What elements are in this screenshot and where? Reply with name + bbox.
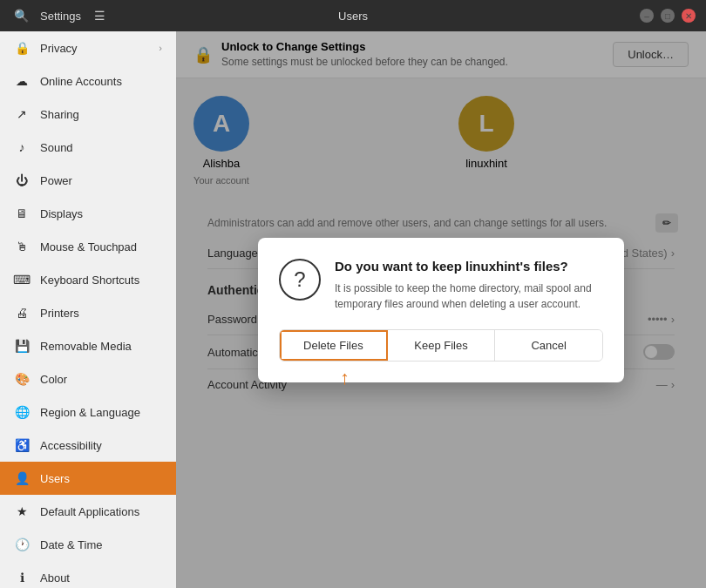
sidebar-item-printers[interactable]: 🖨Printers	[0, 296, 176, 329]
sharing-icon: ↗	[14, 106, 30, 122]
sidebar-label-date-time: Date & Time	[40, 538, 103, 551]
sidebar-label-privacy: Privacy	[40, 42, 78, 55]
users-icon: 👤	[14, 470, 30, 486]
sidebar-label-region-language: Region & Language	[40, 406, 140, 419]
accessibility-icon: ♿	[14, 437, 30, 453]
sidebar-item-privacy[interactable]: 🔒Privacy›	[0, 31, 176, 64]
sidebar-item-region-language[interactable]: 🌐Region & Language	[0, 395, 176, 429]
sidebar-label-sharing: Sharing	[40, 108, 79, 121]
region-language-icon: 🌐	[14, 404, 30, 420]
sidebar-item-keyboard-shortcuts[interactable]: ⌨Keyboard Shortcuts	[0, 263, 176, 296]
sidebar-item-accessibility[interactable]: ♿Accessibility	[0, 429, 176, 462]
about-icon: ℹ	[14, 570, 30, 585]
maximize-button[interactable]: □	[661, 9, 675, 23]
displays-icon: 🖥	[14, 206, 30, 221]
search-button[interactable]: 🔍	[10, 5, 31, 26]
sidebar-item-mouse-touchpad[interactable]: 🖱Mouse & Touchpad	[0, 230, 176, 263]
sidebar-label-displays: Displays	[40, 207, 83, 220]
dialog-title: Do you want to keep linuxhint's files?	[335, 259, 603, 274]
color-icon: 🎨	[14, 371, 30, 387]
dialog-text: Do you want to keep linuxhint's files? I…	[335, 259, 603, 312]
dialog-overlay: ? Do you want to keep linuxhint's files?…	[176, 31, 706, 588]
mouse-touchpad-icon: 🖱	[14, 239, 30, 254]
sidebar-label-default-applications: Default Applications	[40, 505, 139, 518]
date-time-icon: 🕐	[14, 537, 30, 552]
privacy-icon: 🔒	[14, 40, 30, 56]
sidebar-item-color[interactable]: 🎨Color	[0, 362, 176, 395]
sidebar-label-mouse-touchpad: Mouse & Touchpad	[40, 240, 137, 253]
keyboard-shortcuts-icon: ⌨	[14, 272, 30, 287]
sidebar-item-users[interactable]: 👤Users	[0, 462, 176, 495]
sidebar-label-keyboard-shortcuts: Keyboard Shortcuts	[40, 274, 139, 287]
sidebar-item-online-accounts[interactable]: ☁Online Accounts	[0, 64, 176, 98]
question-icon: ?	[279, 259, 321, 301]
window-controls: – □ ✕	[640, 9, 696, 23]
dialog-header: ? Do you want to keep linuxhint's files?…	[279, 259, 603, 312]
delete-files-button[interactable]: Delete Files	[280, 330, 388, 361]
removable-media-icon: 💾	[14, 338, 30, 354]
delete-files-dialog: ? Do you want to keep linuxhint's files?…	[258, 238, 624, 382]
sidebar-label-printers: Printers	[40, 307, 79, 320]
titlebar: 🔍 Settings ☰ Users – □ ✕	[0, 0, 706, 31]
sidebar-item-removable-media[interactable]: 💾Removable Media	[0, 329, 176, 362]
sidebar-item-default-applications[interactable]: ★Default Applications	[0, 495, 176, 528]
titlebar-left: 🔍 Settings ☰	[10, 5, 111, 26]
minimize-button[interactable]: –	[640, 9, 654, 23]
printers-icon: 🖨	[14, 305, 30, 321]
section-title: Users	[338, 10, 368, 23]
power-icon: ⏻	[14, 172, 30, 188]
dialog-description: It is possible to keep the home director…	[335, 280, 603, 312]
sidebar-label-users: Users	[40, 472, 70, 485]
menu-button[interactable]: ☰	[90, 5, 111, 26]
content-area: 🔒 Unlock to Change Settings Some setting…	[176, 31, 706, 588]
sidebar-item-sound[interactable]: ♪Sound	[0, 131, 176, 164]
sidebar: 🔒Privacy›☁Online Accounts↗Sharing♪Sound⏻…	[0, 31, 176, 588]
close-button[interactable]: ✕	[682, 9, 696, 23]
chevron-right-icon: ›	[159, 43, 162, 53]
cancel-button[interactable]: Cancel	[495, 330, 602, 361]
sidebar-item-sharing[interactable]: ↗Sharing	[0, 98, 176, 131]
sidebar-item-about[interactable]: ℹAbout	[0, 561, 176, 588]
app-title: Settings	[40, 10, 81, 23]
sidebar-label-color: Color	[40, 373, 67, 386]
sidebar-label-about: About	[40, 571, 70, 585]
app-container: 🔒Privacy›☁Online Accounts↗Sharing♪Sound⏻…	[0, 31, 706, 588]
sidebar-label-removable-media: Removable Media	[40, 340, 132, 353]
sidebar-label-power: Power	[40, 174, 72, 187]
sidebar-item-displays[interactable]: 🖥Displays	[0, 197, 176, 230]
sound-icon: ♪	[14, 139, 30, 155]
keep-files-button[interactable]: Keep Files	[388, 330, 496, 361]
dialog-buttons: Delete Files Keep Files Cancel	[279, 329, 603, 362]
sidebar-label-online-accounts: Online Accounts	[40, 75, 122, 88]
sidebar-label-accessibility: Accessibility	[40, 439, 102, 452]
arrow-indicator: ↑	[340, 367, 350, 389]
sidebar-label-sound: Sound	[40, 141, 73, 154]
online-accounts-icon: ☁	[14, 73, 30, 89]
sidebar-item-power[interactable]: ⏻Power	[0, 164, 176, 197]
sidebar-item-date-time[interactable]: 🕐Date & Time	[0, 528, 176, 561]
default-applications-icon: ★	[14, 504, 30, 519]
